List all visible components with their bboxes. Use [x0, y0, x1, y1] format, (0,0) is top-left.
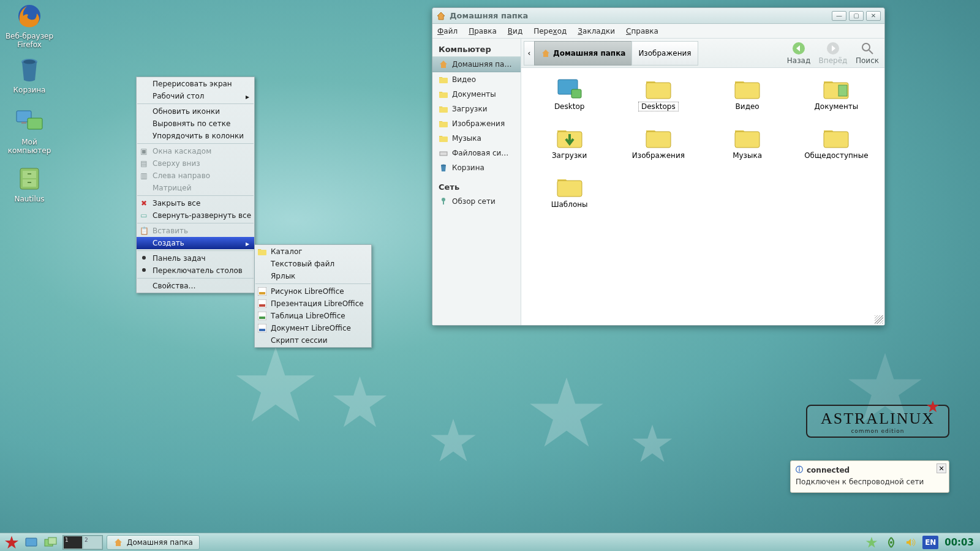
sidebar-item-video[interactable]: Видео	[432, 72, 521, 87]
file-public[interactable]: Общедоступные	[794, 124, 878, 172]
desktop-icon-firefox[interactable]: Веб-браузер Firefox	[1, 1, 58, 49]
resize-handle[interactable]	[875, 315, 883, 324]
menu-view[interactable]: Вид	[508, 27, 522, 36]
menu-go[interactable]: Переход	[533, 27, 567, 36]
window-title: Домашняя папка	[450, 11, 829, 20]
submenu-session[interactable]: Скрипт сессии	[255, 334, 371, 347]
forward-icon	[826, 42, 840, 55]
menu-edit[interactable]: Правка	[469, 27, 497, 36]
notification-close[interactable]: ✕	[937, 463, 946, 473]
folder-icon	[439, 104, 448, 114]
menu-create[interactable]: Создать▸	[137, 237, 254, 249]
menu-properties[interactable]: Свойства…	[137, 280, 254, 292]
menu-redraw[interactable]: Перерисовать экран	[137, 78, 254, 90]
svg-rect-42	[735, 83, 760, 99]
show-desktop-button[interactable]	[23, 535, 39, 550]
folder-icon	[644, 75, 673, 101]
svg-point-33	[442, 198, 445, 201]
menu-help[interactable]: Справка	[626, 27, 658, 36]
sidebar-header-network: Сеть	[432, 180, 521, 194]
start-button[interactable]	[4, 535, 20, 550]
breadcrumb-home[interactable]: Домашняя папка	[534, 41, 632, 66]
menu-toggle-all[interactable]: ▭Свернуть-развернуть все	[137, 209, 254, 222]
menu-file[interactable]: Файл	[437, 27, 458, 36]
keyboard-layout[interactable]: EN	[922, 536, 938, 549]
file-downloads[interactable]: Загрузки	[527, 124, 611, 172]
submenu-lo-impress[interactable]: Презентация LibreOffice	[255, 298, 371, 310]
svg-rect-44	[839, 85, 847, 96]
menu-close-all[interactable]: ✖Закрыть все	[137, 197, 254, 209]
file-documents[interactable]: Документы	[794, 75, 878, 123]
path-nav-left[interactable]: ‹	[524, 41, 535, 66]
menu-pager[interactable]: Переключатель столов	[137, 264, 254, 277]
file-templates[interactable]: Шаблоны	[527, 173, 611, 221]
submenu-lo-calc[interactable]: Таблица LibreOffice	[255, 310, 371, 322]
sidebar-item-filesystem[interactable]: Файловая си…	[432, 146, 521, 160]
menu-bookmarks[interactable]: Закладки	[578, 27, 615, 36]
file-images[interactable]: Изображения	[616, 124, 700, 172]
toolbar-search[interactable]: Поиск	[850, 42, 884, 65]
clock[interactable]: 00:03	[942, 537, 976, 548]
trash-icon	[439, 163, 448, 173]
sidebar-item-downloads[interactable]: Загрузки	[432, 102, 521, 116]
submenu-folder[interactable]: Каталог	[255, 246, 371, 258]
breadcrumb-images[interactable]: Изображения	[631, 41, 698, 66]
minimize-button[interactable]: —	[832, 11, 846, 21]
sidebar-item-home[interactable]: Домашняя па…	[432, 56, 521, 72]
file-video[interactable]: Видео	[706, 75, 790, 123]
file-desktops[interactable]: Desktops	[616, 75, 700, 123]
sidebar-item-documents[interactable]: Документы	[432, 87, 521, 102]
icon-view[interactable]: Desktop Desktops Видео Документы Загрузк…	[521, 68, 884, 325]
submenu-lo-draw[interactable]: Рисунок LibreOffice	[255, 285, 371, 298]
lo-draw-icon	[257, 287, 267, 296]
label: Мой	[1, 138, 58, 146]
svg-rect-16	[28, 182, 31, 183]
menu-align-grid[interactable]: Выровнять по сетке	[137, 118, 254, 130]
sidebar-item-music[interactable]: Музыка	[432, 131, 521, 146]
menu-top-down: ▤Сверху вниз	[137, 157, 254, 170]
submenu-link[interactable]: Ярлык	[255, 270, 371, 282]
submenu-textfile[interactable]: Текстовый файл	[255, 258, 371, 270]
svg-rect-10	[28, 118, 42, 129]
menu-taskbar[interactable]: Панель задач	[137, 252, 254, 264]
desktop-icon-computer[interactable]: Мой компьютер	[1, 107, 58, 155]
workspace-1[interactable]: 1	[63, 536, 83, 549]
svg-marker-4	[633, 425, 672, 462]
desktop-icon-nautilus[interactable]: Nautilus	[1, 164, 58, 203]
toolbar-back[interactable]: Назад	[782, 42, 816, 65]
menu-paste: 📋Вставить	[137, 225, 254, 237]
label: Firefox	[1, 40, 58, 49]
tray-update-icon[interactable]	[864, 535, 880, 550]
brand-edition: common edition	[821, 428, 935, 434]
maximize-button[interactable]: ▢	[849, 11, 864, 21]
workspace-pager[interactable]: 1 2	[62, 535, 103, 550]
svg-rect-25	[259, 329, 265, 331]
tray-network-icon[interactable]	[883, 535, 899, 550]
svg-rect-47	[735, 132, 760, 148]
file-music[interactable]: Музыка	[706, 124, 790, 172]
menu-desktop[interactable]: Рабочий стол▸	[137, 90, 254, 102]
menu-sort-columns[interactable]: Упорядочить в колонки	[137, 130, 254, 142]
windows-button[interactable]	[43, 535, 59, 550]
desktop-folder-icon	[555, 75, 584, 101]
titlebar[interactable]: Домашняя папка — ▢ ✕	[432, 8, 884, 24]
sidebar-item-network[interactable]: Обзор сети	[432, 194, 521, 209]
folder-icon	[644, 124, 673, 150]
close-button[interactable]: ✕	[866, 11, 881, 21]
svg-rect-27	[439, 92, 448, 98]
file-desktop[interactable]: Desktop	[527, 75, 611, 123]
menu-refresh-icons[interactable]: Обновить иконки	[137, 105, 254, 118]
sidebar-item-trash[interactable]: Корзина	[432, 160, 521, 175]
svg-rect-41	[646, 83, 671, 99]
label: компьютер	[1, 146, 58, 155]
svg-point-37	[862, 43, 870, 51]
red-star-icon	[926, 400, 940, 413]
workspace-2[interactable]: 2	[83, 536, 102, 549]
tray-volume-icon[interactable]	[903, 535, 919, 550]
taskbar-window-home[interactable]: Домашняя папка	[107, 535, 200, 550]
sidebar-item-images[interactable]: Изображения	[432, 116, 521, 131]
desktop-icon-trash[interactable]: Корзина	[1, 55, 58, 94]
network-icon	[439, 197, 448, 206]
submenu-lo-writer[interactable]: Документ LibreOffice	[255, 322, 371, 334]
svg-rect-23	[259, 317, 265, 319]
